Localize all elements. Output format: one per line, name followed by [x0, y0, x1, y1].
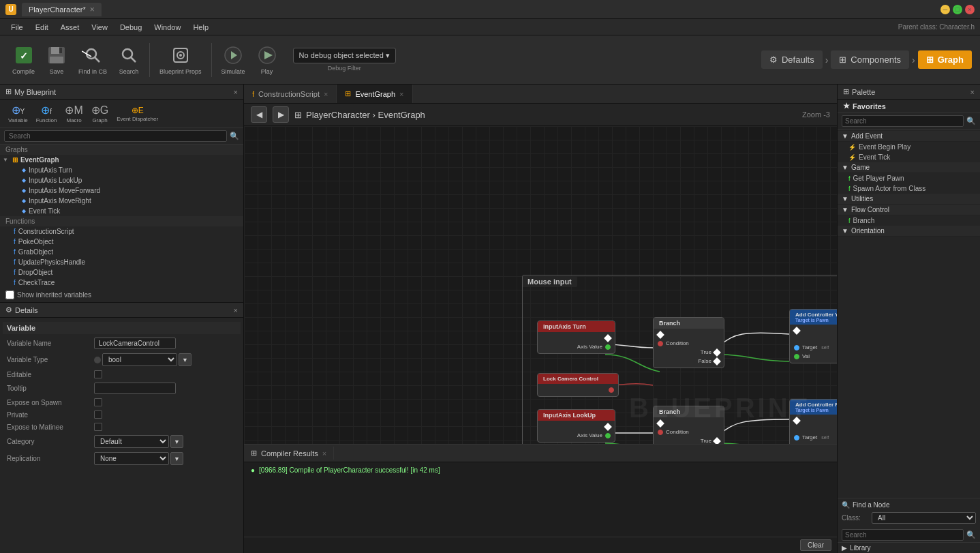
- menu-edit[interactable]: Edit: [30, 22, 54, 33]
- node-lock-camera1[interactable]: Lock Camera Control: [537, 373, 619, 397]
- menu-help[interactable]: Help: [187, 22, 214, 33]
- breadcrumb-defaults[interactable]: ⚙ Defaults: [761, 50, 823, 69]
- category-dropdown-btn[interactable]: ▼: [170, 435, 183, 448]
- tree-update-physics[interactable]: f UpdatePhysicsHandle: [0, 257, 243, 267]
- menu-window[interactable]: Window: [149, 22, 186, 33]
- search-button[interactable]: Search: [114, 42, 144, 78]
- compiler-tab[interactable]: ⊞ Compiler Results ×: [244, 447, 334, 460]
- add-function-button[interactable]: ⊕f Function: [33, 102, 60, 125]
- replication-dropdown-btn[interactable]: ▼: [170, 452, 183, 465]
- replication-select[interactable]: None: [94, 452, 169, 465]
- palette-close[interactable]: ×: [970, 88, 975, 96]
- palette-branch[interactable]: f Branch: [838, 215, 980, 226]
- library-section[interactable]: ▶ Library: [838, 543, 980, 553]
- node-add-pitch[interactable]: Add Controller Pitch Input Target is Paw…: [789, 399, 837, 444]
- node-branch2[interactable]: Branch Condition True False: [653, 406, 724, 444]
- simulate-button[interactable]: Simulate: [217, 42, 249, 78]
- menu-file[interactable]: File: [5, 22, 29, 33]
- add-variable-button[interactable]: ⊕Y Variable: [5, 102, 31, 125]
- find-in-cb-button[interactable]: Find in CB: [74, 42, 111, 78]
- bp-search-bar: 🔍: [0, 128, 243, 145]
- tree-inputaxis-turn[interactable]: ◆ InputAxis Turn: [0, 165, 243, 175]
- node-add-yaw[interactable]: Add Controller Yaw Input Target is Pawn …: [789, 309, 837, 363]
- menu-view[interactable]: View: [86, 22, 113, 33]
- palette-search-input[interactable]: [842, 115, 964, 127]
- graph-canvas[interactable]: Mouse input Movement input InputAxis Tur…: [244, 126, 837, 444]
- tree-inputaxis-moveforward[interactable]: ◆ InputAxis MoveForward: [0, 185, 243, 196]
- expose-on-spawn-checkbox[interactable]: [94, 398, 102, 406]
- class-select[interactable]: All: [872, 512, 976, 524]
- event-begin-icon: ⚡: [848, 144, 856, 151]
- node-header-lookup: InputAxis LookUp: [538, 410, 615, 421]
- tree-poke-object[interactable]: f PokeObject: [0, 237, 243, 247]
- nav-forward-button[interactable]: ▶: [273, 106, 289, 123]
- details-variable-type-row: Variable Type bool ▼: [3, 351, 241, 368]
- tab-construction-script[interactable]: f ConstructionScript ×: [244, 85, 337, 103]
- palette-section-orientation[interactable]: ▼ Orientation: [838, 226, 980, 237]
- section-toggle-add-event: ▼: [842, 132, 848, 140]
- palette-section-flow[interactable]: ▼ Flow Control: [838, 205, 980, 215]
- eventgraph-header[interactable]: ▼ ⊞ EventGraph: [0, 155, 243, 165]
- show-inherited-toggle[interactable]: Show inherited variables: [0, 288, 243, 302]
- palette-event-tick[interactable]: ⚡ Event Tick: [838, 152, 980, 162]
- editable-checkbox[interactable]: [94, 370, 102, 378]
- palette-event-begin-play[interactable]: ⚡ Event Begin Play: [838, 142, 980, 152]
- tree-event-tick[interactable]: ◆ Event Tick: [0, 206, 243, 216]
- blueprint-props-button[interactable]: Blueprint Props: [155, 42, 206, 78]
- palette-spawn-actor[interactable]: f Spawn Actor from Class: [838, 183, 980, 194]
- compiler-tab-close[interactable]: ×: [322, 449, 326, 458]
- private-checkbox[interactable]: [94, 410, 102, 419]
- palette-get-player-pawn[interactable]: f Get Player Pawn: [838, 173, 980, 183]
- tree-check-trace[interactable]: f CheckTrace: [0, 278, 243, 288]
- tab-event-close[interactable]: ×: [399, 90, 403, 98]
- menu-asset[interactable]: Asset: [55, 22, 85, 33]
- show-inherited-checkbox[interactable]: [5, 290, 14, 299]
- tab-construction-close[interactable]: ×: [324, 90, 328, 98]
- nav-back-button[interactable]: ◀: [251, 106, 267, 123]
- tab-event-graph[interactable]: ⊞ EventGraph ×: [337, 85, 412, 103]
- category-select[interactable]: Default: [94, 435, 169, 448]
- add-graph-button[interactable]: ⊕G Graph: [89, 102, 111, 125]
- tree-grab-object[interactable]: f GrabObject: [0, 247, 243, 257]
- palette-section-game[interactable]: ▼ Game: [838, 162, 980, 173]
- add-macro-button[interactable]: ⊕M Macro: [62, 102, 85, 125]
- debug-filter-dropdown[interactable]: No debug object selected ▾: [293, 48, 396, 63]
- maximize-button[interactable]: □: [953, 5, 962, 14]
- node-inputaxis-lookup[interactable]: InputAxis LookUp Axis Value: [537, 409, 615, 443]
- clear-button[interactable]: Clear: [800, 539, 831, 551]
- minimize-button[interactable]: ─: [940, 5, 950, 14]
- tab-close-icon[interactable]: ×: [90, 5, 95, 14]
- section-toggle-flow: ▼: [842, 206, 848, 213]
- node-branch1[interactable]: Branch Condition True: [653, 317, 724, 368]
- palette-search2-input[interactable]: [842, 529, 964, 541]
- variable-type-picker-btn[interactable]: ▼: [179, 353, 192, 366]
- tooltip-input[interactable]: [94, 383, 176, 394]
- play-button[interactable]: Play: [252, 42, 282, 78]
- breadcrumb-components[interactable]: ⊞ Components: [831, 50, 909, 69]
- variable-type-select[interactable]: bool: [102, 353, 177, 366]
- palette-section-add-event[interactable]: ▼ Add Event: [838, 131, 980, 142]
- breadcrumb-graph[interactable]: ⊞ Graph: [918, 50, 972, 69]
- palette-search: 🔍: [838, 113, 980, 130]
- expose-matinee-checkbox[interactable]: [94, 423, 102, 431]
- compile-button[interactable]: ✓ Compile: [8, 42, 39, 78]
- find-in-cb-icon: [82, 44, 104, 66]
- pin-dot: [604, 423, 611, 430]
- node-inputaxis-turn[interactable]: InputAxis Turn Axis Value: [537, 320, 615, 354]
- compiler-message: [0966.89] Compile of PlayerCharacter suc…: [259, 466, 440, 474]
- bp-search-input[interactable]: [4, 130, 227, 142]
- close-button[interactable]: ×: [965, 5, 975, 14]
- details-close[interactable]: ×: [234, 306, 238, 314]
- add-event-dispatcher-button[interactable]: ⊕E Event Dispatcher: [114, 104, 161, 123]
- pin-true-dot: [713, 348, 720, 356]
- tree-inputaxis-lookup[interactable]: ◆ InputAxis LookUp: [0, 175, 243, 185]
- tree-construction-script[interactable]: f ConstructionScript: [0, 226, 243, 237]
- menu-debug[interactable]: Debug: [114, 22, 147, 33]
- save-button[interactable]: Save: [42, 42, 72, 78]
- tree-inputaxis-moveright[interactable]: ◆ InputAxis MoveRight: [0, 196, 243, 206]
- variable-name-input[interactable]: [94, 338, 176, 349]
- tree-drop-object[interactable]: f DropObject: [0, 267, 243, 278]
- palette-section-utilities[interactable]: ▼ Utilities: [838, 194, 980, 205]
- title-tab[interactable]: PlayerCharacter* ×: [22, 3, 102, 16]
- my-blueprint-close[interactable]: ×: [234, 88, 238, 96]
